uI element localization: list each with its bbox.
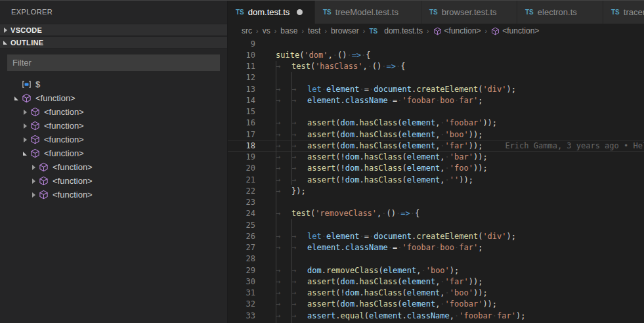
section-header-outline[interactable]: OUTLINE (0, 36, 227, 49)
code-line-24[interactable]: 24→test('removeClass',·()·=>·{ (228, 208, 644, 219)
code-token: }); (291, 186, 306, 196)
chevron-right-icon[interactable] (20, 123, 30, 129)
breadcrumb: src›vs›base›test›browser›TSdom.test.ts›<… (228, 24, 644, 38)
outline-item-function[interactable]: <function> (0, 91, 227, 105)
sidebar-title: EXPLORER (0, 1, 227, 24)
tab-treemodel-test-ts[interactable]: TStreeModel.test.ts (315, 1, 421, 24)
code-line-23[interactable]: 23 (228, 197, 644, 208)
code-token: hasClass (360, 299, 398, 309)
breadcrumb-item-dom-test-ts[interactable]: TSdom.test.ts (369, 26, 422, 35)
outline-item-function[interactable]: <function> (0, 188, 227, 202)
breadcrumb-item-test[interactable]: test (308, 26, 320, 35)
code-token: ( (478, 232, 483, 241)
code-line-10[interactable]: 10suite('dom',·()·=>·{ (228, 49, 644, 60)
code-token: )); (469, 277, 483, 286)
ts-icon: TS (369, 28, 381, 35)
tab-bar: TSdom.test.tsTStreeModel.test.tsTSbrowse… (228, 1, 644, 24)
chevron-right-icon: › (270, 27, 281, 35)
ts-icon: TS (369, 28, 377, 35)
code-token: )); (459, 175, 473, 184)
tab-whitespace-icon: → (276, 277, 291, 286)
code-line-25[interactable]: 25 (228, 219, 644, 230)
code-line-29[interactable]: 29→→dom.removeClass(element,·'boo'); (228, 265, 644, 276)
breadcrumb-label: src (242, 26, 252, 35)
chevron-right-icon[interactable] (29, 165, 38, 170)
indent-guide (276, 288, 276, 299)
code-token: dom (345, 152, 360, 162)
code-line-21[interactable]: 21→→assert(!dom.hasClass(element,·'')); (228, 174, 644, 185)
tab-browser-test-ts[interactable]: TSbrowser.test.ts (421, 1, 517, 24)
code-token: hasClass (360, 277, 398, 286)
code-token: . (360, 163, 364, 173)
tab-whitespace-icon: → (291, 130, 307, 139)
cube-icon (491, 27, 500, 35)
code-line-20[interactable]: 20→→assert(!dom.hasClass(element,·'foo')… (228, 163, 644, 174)
outline-item-dollar[interactable]: $ (0, 77, 227, 91)
code-line-9[interactable]: 9 (228, 38, 644, 49)
code-line-12[interactable]: 12 (228, 72, 644, 83)
code-line-11[interactable]: 11→test('hasClass',·()·=>·{ (228, 61, 644, 72)
modified-dot-icon[interactable] (297, 9, 303, 15)
code-line-16[interactable]: 16→→assert(dom.hasClass(element,·'foobar… (228, 118, 644, 129)
code-token: assert (307, 175, 335, 184)
ts-icon: TS (429, 9, 438, 16)
code-token: element (407, 288, 440, 297)
indent-guide (276, 163, 276, 174)
code-token: hasClass (364, 152, 402, 162)
tab-electron-ts[interactable]: TSelectron.ts (517, 1, 603, 24)
code-token: ( (335, 130, 340, 139)
chevron-right-icon[interactable] (20, 137, 30, 142)
breadcrumb-item-function[interactable]: <function> (433, 26, 481, 35)
section-header-vscode[interactable]: VSCODE (0, 24, 227, 36)
code-line-17[interactable]: 17→→assert(dom.hasClass(element,·'boo'))… (228, 129, 644, 140)
breadcrumb-item-function[interactable]: <function> (491, 26, 539, 35)
code-line-18[interactable]: 18→→assert(dom.hasClass(element,·'far'))… (228, 140, 644, 151)
chevron-right-icon[interactable] (20, 110, 30, 115)
code-line-14[interactable]: 14→→element.className·=·'foobar·boo·far'… (228, 95, 644, 106)
code-token: ·{ (410, 209, 419, 218)
breadcrumb-item-vs[interactable]: vs (263, 26, 270, 35)
code-line-26[interactable]: 26→→let·element·=·document.createElement… (228, 230, 644, 242)
code-line-22[interactable]: 22→}); (228, 185, 644, 196)
code-token: )); (473, 288, 488, 297)
outline-item-function[interactable]: <function> (0, 160, 227, 174)
breadcrumb-item-src[interactable]: src (242, 26, 252, 35)
code-line-33[interactable]: 33→→assert.equal(element.className,·'foo… (228, 310, 644, 321)
tab-whitespace-icon: → (276, 85, 291, 94)
code-token: ,·()· (362, 62, 386, 71)
indent-guide (276, 310, 276, 321)
code-editor[interactable]: 910suite('dom',·()·=>·{11→test('hasClass… (228, 38, 644, 323)
outline-item-function[interactable]: <function> (0, 174, 227, 188)
code-token: ( (299, 51, 304, 60)
code-line-15[interactable]: 15 (228, 106, 644, 118)
code-token: ·=· (360, 85, 374, 94)
outline-item-function[interactable]: <function> (0, 119, 227, 133)
chevron-down-icon[interactable] (20, 152, 30, 156)
code-token: ,·()· (377, 209, 400, 218)
chevron-down-icon[interactable] (12, 97, 21, 100)
breadcrumb-item-base[interactable]: base (280, 26, 297, 35)
code-token: hasClass (364, 163, 402, 173)
code-token: ; (478, 243, 483, 252)
outline-item-function[interactable]: <function> (0, 133, 227, 146)
code-line-19[interactable]: 19→→assert(!dom.hasClass(element,·'bar')… (228, 152, 644, 163)
outline-item-function[interactable]: <function> (0, 105, 227, 119)
chevron-right-icon[interactable] (29, 179, 38, 184)
code-line-30[interactable]: 30→→assert(dom.hasClass(element,·'far'))… (228, 276, 644, 287)
indent-guide (276, 140, 276, 151)
code-line-31[interactable]: 31→→assert(!dom.hasClass(element,·'boo')… (228, 288, 644, 299)
filter-input[interactable] (7, 54, 220, 71)
chevron-right-icon[interactable] (29, 192, 38, 198)
code-line-28[interactable]: 28 (228, 253, 644, 265)
tab-whitespace-icon: → (291, 311, 307, 320)
section-label: VSCODE (11, 26, 42, 34)
tab-tracer-ts[interactable]: TStracer.ts (603, 1, 644, 24)
code-line-32[interactable]: 32→→assert(dom.hasClass(element,·'foobar… (228, 299, 644, 310)
chevron-right-icon: › (481, 27, 492, 35)
outline-item-function[interactable]: <function> (0, 146, 227, 160)
tab-whitespace-icon: → (276, 266, 291, 275)
code-line-13[interactable]: 13→→let·element·=·document.createElement… (228, 83, 644, 95)
tab-dom-test-ts[interactable]: TSdom.test.ts (228, 1, 315, 24)
code-line-27[interactable]: 27→→element.className·=·'foobar·boo·far'… (228, 242, 644, 253)
breadcrumb-item-browser[interactable]: browser (331, 26, 359, 35)
